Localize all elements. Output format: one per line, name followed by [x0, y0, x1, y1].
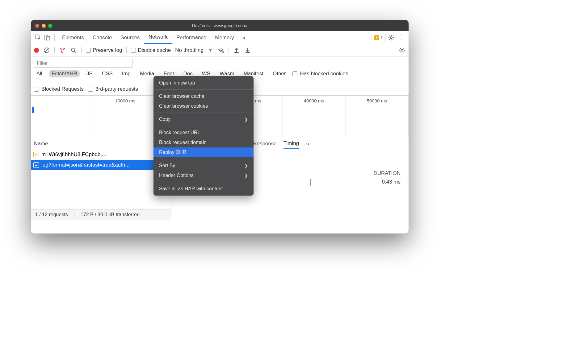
menu-item-label: Header Options [159, 173, 194, 178]
blocked-requests-checkbox[interactable]: Blocked Requests [34, 86, 84, 92]
chevron-right-icon: ❯ [244, 117, 248, 122]
menu-item-header-options[interactable]: Header Options❯ [153, 171, 254, 180]
tab-console[interactable]: Console [88, 31, 116, 44]
upload-icon[interactable] [233, 47, 240, 54]
window-title: DevTools - www.google.com/ [31, 23, 409, 28]
menu-item-label: Block request URL [159, 130, 200, 135]
filter-input[interactable] [34, 59, 133, 68]
settings-icon[interactable] [399, 47, 405, 54]
filter-type-js[interactable]: JS [84, 70, 95, 77]
titlebar: DevTools - www.google.com/ [31, 20, 409, 31]
menu-item-block-request-domain[interactable]: Block request domain [153, 138, 254, 147]
checkbox-icon [34, 87, 39, 92]
maximize-window-button[interactable] [48, 24, 52, 28]
kebab-menu-icon[interactable]: ⋮ [397, 34, 405, 41]
request-name: log?format=json&hasfast=true&auth... [41, 162, 129, 168]
checkbox-icon [86, 48, 91, 53]
close-window-button[interactable] [35, 24, 39, 28]
throttling-label: No throttling [175, 47, 204, 53]
divider [229, 47, 229, 53]
menu-item-clear-browser-cache[interactable]: Clear browser cache [153, 91, 254, 101]
detail-tab-response[interactable]: Response [253, 138, 277, 149]
clear-icon[interactable] [43, 47, 50, 54]
divider [126, 47, 127, 53]
timeline-column: 50000 ms [346, 96, 409, 138]
requests-header[interactable]: Name [31, 138, 171, 149]
svg-rect-2 [47, 36, 50, 40]
menu-item-open-in-new-tab[interactable]: Open in new tab [153, 78, 254, 88]
preserve-log-checkbox[interactable]: Preserve log [86, 47, 122, 53]
third-party-checkbox[interactable]: 3rd-party requests [88, 86, 138, 92]
filter-type-all[interactable]: All [34, 70, 45, 77]
filter-type-other[interactable]: Other [270, 70, 288, 77]
svg-point-8 [222, 51, 223, 53]
svg-point-6 [71, 48, 75, 52]
menu-item-clear-browser-cookies[interactable]: Clear browser cookies [153, 101, 254, 111]
menu-item-label: Copy [159, 117, 170, 122]
menu-item-label: Clear browser cache [159, 93, 204, 99]
disable-cache-checkbox[interactable]: Disable cache [131, 47, 171, 53]
checkbox-icon [292, 71, 297, 76]
menu-item-label: Clear browser cookies [159, 103, 208, 109]
filter-type-css[interactable]: CSS [99, 70, 115, 77]
chevron-right-icon: ❯ [244, 163, 248, 168]
tab-performance[interactable]: Performance [172, 31, 211, 44]
chevron-right-icon: ❯ [244, 173, 248, 178]
divider [81, 47, 82, 53]
network-toolbar: Preserve log Disable cache No throttling… [31, 44, 409, 56]
xhr-icon: ⇄ [33, 152, 39, 157]
duration-label: DURATION [373, 170, 401, 176]
menu-separator [153, 89, 254, 90]
filter-type-fetchxhr[interactable]: Fetch/XHR [49, 70, 80, 77]
menu-item-label: Sort By [159, 163, 175, 168]
minimize-window-button[interactable] [42, 24, 46, 28]
panel-tabs-bar: ElementsConsoleSourcesNetworkPerformance… [31, 31, 409, 44]
menu-item-sort-by[interactable]: Sort By❯ [153, 161, 254, 171]
requests-panel: Name ⇄m=Wt6vjf,hhhU8,FCpbqb,...⇄log?form… [31, 138, 171, 209]
disable-cache-label: Disable cache [138, 47, 171, 53]
chevron-down-icon: ▼ [208, 47, 213, 53]
xhr-icon: ⇄ [33, 162, 39, 168]
menu-separator [153, 182, 254, 182]
warning-icon: ! [374, 35, 379, 40]
network-conditions-icon[interactable] [217, 47, 224, 54]
filter-type-media[interactable]: Media [137, 70, 157, 77]
inspect-element-icon[interactable] [34, 34, 42, 42]
menu-item-replay-xhr[interactable]: Replay XHR [153, 147, 254, 157]
tab-sources[interactable]: Sources [116, 31, 144, 44]
svg-point-3 [390, 37, 392, 39]
menu-item-label: Replay XHR [159, 150, 186, 155]
menu-separator [153, 159, 254, 159]
menu-separator [153, 126, 254, 126]
queueing-bar [310, 179, 311, 186]
throttling-selector[interactable]: No throttling ▼ [175, 47, 213, 53]
record-button[interactable] [34, 48, 39, 53]
transferred-size: 172 B / 30.0 kB transferred [81, 212, 140, 217]
preserve-log-label: Preserve log [93, 47, 122, 53]
traffic-lights [35, 24, 52, 28]
request-count: 1 / 12 requests [35, 212, 68, 217]
context-menu: Open in new tabClear browser cacheClear … [153, 76, 254, 196]
queueing-value: 0.43 ms [382, 179, 401, 186]
filter-type-img[interactable]: Img [120, 70, 133, 77]
warnings-badge[interactable]: ! 1 [372, 34, 386, 41]
device-toggle-icon[interactable] [43, 34, 51, 42]
status-bar: 1 / 12 requests 172 B / 30.0 kB transfer… [31, 209, 171, 220]
detail-tab-timing[interactable]: Timing [284, 139, 299, 149]
menu-item-save-all-as-har-with-content[interactable]: Save all as HAR with content [153, 184, 254, 194]
tab-elements[interactable]: Elements [58, 31, 88, 44]
filter-icon[interactable] [59, 47, 66, 54]
tab-memory[interactable]: Memory [211, 31, 238, 44]
has-blocked-cookies-checkbox[interactable]: Has blocked cookies [292, 71, 348, 77]
menu-item-copy[interactable]: Copy❯ [153, 114, 254, 124]
more-tabs-button[interactable]: » [240, 34, 248, 41]
more-detail-tabs-icon[interactable]: » [306, 140, 309, 147]
search-icon[interactable] [70, 47, 77, 54]
download-icon[interactable] [244, 47, 251, 54]
request-row[interactable]: ⇄log?format=json&hasfast=true&auth... [31, 160, 171, 170]
menu-item-block-request-url[interactable]: Block request URL [153, 128, 254, 138]
divider [54, 47, 55, 53]
request-row[interactable]: ⇄m=Wt6vjf,hhhU8,FCpbqb,... [31, 149, 171, 160]
tab-network[interactable]: Network [144, 31, 172, 44]
settings-icon[interactable] [387, 35, 396, 41]
